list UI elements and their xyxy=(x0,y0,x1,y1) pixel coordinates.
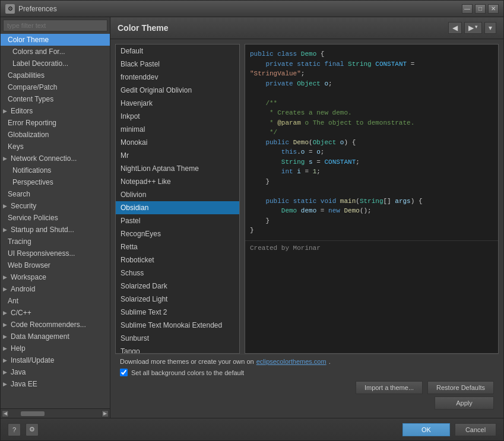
sidebar-tree: Color Theme Colors and For... Label Deco… xyxy=(1,34,110,408)
c-cpp-label: C/C++ xyxy=(11,309,31,317)
code-rec-label: Code Recommenders... xyxy=(11,321,86,329)
panel-title: Color Theme xyxy=(118,23,169,33)
scroll-left-btn[interactable]: ◀ xyxy=(2,410,9,417)
sidebar-item-notifications[interactable]: Notifications xyxy=(1,164,110,176)
help-icon-button[interactable]: ? xyxy=(8,423,21,436)
sidebar-item-ant[interactable]: Ant xyxy=(1,295,110,307)
theme-item-mr[interactable]: Mr xyxy=(116,149,239,162)
sidebar-item-color-theme[interactable]: Color Theme xyxy=(1,34,110,46)
download-period: . xyxy=(329,358,331,365)
ok-button[interactable]: OK xyxy=(402,423,450,436)
theme-item-inkpot[interactable]: Inkpot xyxy=(116,110,239,123)
startup-arrow: ▶ xyxy=(3,227,7,233)
theme-item-pastel[interactable]: Pastel xyxy=(116,214,239,227)
sidebar-item-editors[interactable]: ▶ Editors xyxy=(1,105,110,117)
theme-list[interactable]: Default Black Pastel frontenddev Gedit O… xyxy=(115,44,240,354)
button-row-2: Apply xyxy=(120,396,494,410)
theme-item-minimal[interactable]: minimal xyxy=(116,123,239,136)
sidebar-item-data-management[interactable]: ▶ Data Management xyxy=(1,331,110,342)
nav-arrows: ◀ ▶▾ ▾ xyxy=(448,22,496,34)
theme-item-notepad[interactable]: Notepad++ Like xyxy=(116,175,239,188)
code-rec-arrow: ▶ xyxy=(3,322,7,328)
preferences-window: ⚙ Preferences — □ ✕ Color Theme Colors a… xyxy=(0,0,504,441)
menu-dropdown-btn[interactable]: ▾ xyxy=(484,22,496,34)
sidebar-item-tracing[interactable]: Tracing xyxy=(1,236,110,248)
code-preview-container: public class Demo { private static final… xyxy=(245,44,499,354)
maximize-button[interactable]: □ xyxy=(475,4,486,14)
sidebar-item-perspectives[interactable]: Perspectives xyxy=(1,176,110,188)
theme-item-havenjark[interactable]: Havenjark xyxy=(116,97,239,110)
sidebar-item-java-ee[interactable]: ▶ Java EE xyxy=(1,378,110,390)
theme-item-recogneyes[interactable]: RecognEyes xyxy=(116,227,239,240)
import-theme-button[interactable]: Import a theme... xyxy=(356,381,423,394)
theme-item-retta[interactable]: Retta xyxy=(116,240,239,253)
theme-item-frontenddev[interactable]: frontenddev xyxy=(116,71,239,84)
sidebar: Color Theme Colors and For... Label Deco… xyxy=(1,17,110,418)
sidebar-item-label-decorations[interactable]: Label Decoratio... xyxy=(1,58,110,69)
code-preview: public class Demo { private static final… xyxy=(245,45,498,240)
android-arrow: ▶ xyxy=(3,286,7,292)
theme-item-sublime-monokai[interactable]: Sublime Text Monokai Extended xyxy=(116,319,239,332)
theme-item-tango[interactable]: Tango xyxy=(116,345,239,354)
sidebar-item-service-policies[interactable]: Service Policies xyxy=(1,212,110,224)
sidebar-item-install-update[interactable]: ▶ Install/Update xyxy=(1,354,110,366)
theme-item-black-pastel[interactable]: Black Pastel xyxy=(116,58,239,71)
theme-item-sublime2[interactable]: Sublime Text 2 xyxy=(116,306,239,319)
editors-arrow: ▶ xyxy=(3,108,7,114)
filter-input[interactable] xyxy=(3,20,107,31)
download-link[interactable]: eclipsecolorthemes.com xyxy=(256,358,327,365)
workspace-arrow: ▶ xyxy=(3,274,7,280)
cancel-button[interactable]: Cancel xyxy=(455,423,496,436)
sidebar-item-c-cpp[interactable]: ▶ C/C++ xyxy=(1,307,110,319)
forward-dropdown-btn[interactable]: ▶▾ xyxy=(464,22,482,34)
bottom-section: Download more themes or create your own … xyxy=(115,354,499,413)
sidebar-item-keys[interactable]: Keys xyxy=(1,141,110,153)
bottom-bar: ? ⚙ OK Cancel xyxy=(1,418,503,440)
back-button[interactable]: ◀ xyxy=(448,22,462,34)
sidebar-item-globalization[interactable]: Globalization xyxy=(1,129,110,141)
network-arrow: ▶ xyxy=(3,156,7,161)
help-label: Help xyxy=(11,344,26,353)
theme-item-gedit[interactable]: Gedit Original Oblivion xyxy=(116,84,239,97)
titlebar: ⚙ Preferences — □ ✕ xyxy=(1,1,503,17)
java-arrow: ▶ xyxy=(3,369,7,375)
sidebar-item-help[interactable]: ▶ Help xyxy=(1,342,110,354)
sidebar-item-web-browser[interactable]: Web Browser xyxy=(1,259,110,271)
apply-button[interactable]: Apply xyxy=(435,396,494,410)
sidebar-item-java[interactable]: ▶ Java xyxy=(1,366,110,378)
theme-item-sunburst[interactable]: Sunburst xyxy=(116,332,239,345)
theme-item-solarized-dark[interactable]: Solarized Dark xyxy=(116,280,239,293)
sidebar-item-compare-patch[interactable]: Compare/Patch xyxy=(1,81,110,93)
bottom-icons: ? ⚙ xyxy=(8,423,39,436)
scroll-right-btn[interactable]: ▶ xyxy=(102,410,109,417)
theme-item-nightlion[interactable]: NightLion Aptana Theme xyxy=(116,162,239,175)
download-text: Download more themes or create your own … xyxy=(120,358,254,365)
sidebar-item-startup[interactable]: ▶ Startup and Shutd... xyxy=(1,224,110,236)
sidebar-item-error-reporting[interactable]: Error Reporting xyxy=(1,117,110,129)
theme-item-monokai[interactable]: Monokai xyxy=(116,136,239,149)
sidebar-item-ui-responsiveness[interactable]: UI Responsiveness... xyxy=(1,248,110,259)
theme-area: Default Black Pastel frontenddev Gedit O… xyxy=(115,44,499,354)
theme-item-default[interactable]: Default xyxy=(116,45,239,58)
theme-item-oblivion[interactable]: Oblivion xyxy=(116,188,239,201)
settings-icon-button[interactable]: ⚙ xyxy=(26,423,39,436)
main-content: Color Theme Colors and For... Label Deco… xyxy=(1,17,503,418)
close-button[interactable]: ✕ xyxy=(488,4,499,14)
minimize-button[interactable]: — xyxy=(462,4,473,14)
panel-header: Color Theme ◀ ▶▾ ▾ xyxy=(110,17,503,39)
bg-checkbox[interactable] xyxy=(120,369,128,376)
theme-item-obsidian[interactable]: Obsidian xyxy=(116,201,239,214)
sidebar-item-content-types[interactable]: Content Types xyxy=(1,93,110,105)
sidebar-item-search[interactable]: Search xyxy=(1,188,110,200)
sidebar-item-colors-and-for[interactable]: Colors and For... xyxy=(1,46,110,58)
theme-item-roboticket[interactable]: Roboticket xyxy=(116,253,239,266)
sidebar-item-workspace[interactable]: ▶ Workspace xyxy=(1,271,110,283)
sidebar-item-capabilities[interactable]: Capabilities xyxy=(1,69,110,81)
sidebar-item-android[interactable]: ▶ Android xyxy=(1,283,110,295)
theme-item-schuss[interactable]: Schuss xyxy=(116,266,239,280)
sidebar-item-network-connections[interactable]: ▶ Network Connectio... xyxy=(1,153,110,164)
restore-defaults-button[interactable]: Restore Defaults xyxy=(427,381,494,394)
sidebar-item-security[interactable]: ▶ Security xyxy=(1,200,110,212)
theme-item-solarized-light[interactable]: Solarized Light xyxy=(116,293,239,306)
sidebar-item-code-recommenders[interactable]: ▶ Code Recommenders... xyxy=(1,319,110,331)
